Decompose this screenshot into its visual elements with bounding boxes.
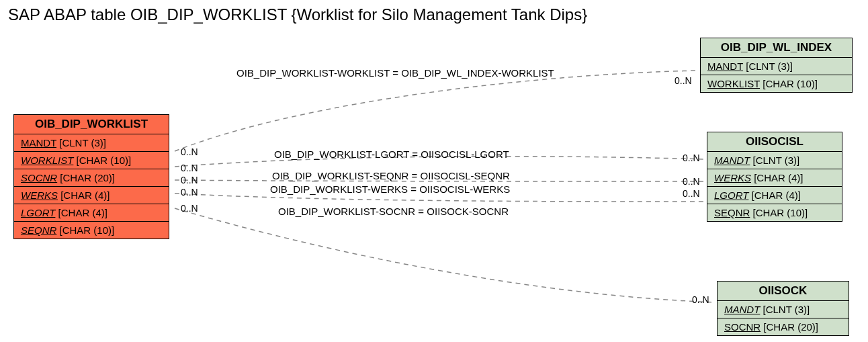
cardinality-label: 0..N: [181, 163, 198, 173]
field-row: MANDT [CLNT (3)]: [14, 134, 169, 152]
field-type: [CHAR (4)]: [60, 189, 110, 201]
field-type: [CHAR (4)]: [754, 172, 803, 183]
field-type: [CHAR (10)]: [60, 224, 115, 236]
entity-oib-dip-worklist: OIB_DIP_WORKLIST MANDT [CLNT (3)] WORKLI…: [13, 114, 169, 239]
field-type: [CHAR (20)]: [763, 321, 818, 333]
field-name: WORKLIST: [707, 78, 760, 89]
field-row: WORKLIST [CHAR (10)]: [701, 75, 852, 92]
entity-oiisock: OIISOCK MANDT [CLNT (3)] SOCNR [CHAR (20…: [717, 281, 849, 336]
cardinality-label: 0..N: [181, 175, 198, 185]
field-row: MANDT [CLNT (3)]: [718, 301, 849, 318]
field-type: [CHAR (4)]: [752, 189, 801, 201]
entity-oiisocisl: OIISOCISL MANDT [CLNT (3)] WERKS [CHAR (…: [707, 132, 842, 222]
field-type: [CHAR (20)]: [60, 172, 115, 183]
field-row: MANDT [CLNT (3)]: [707, 152, 842, 169]
relation-label: OIB_DIP_WORKLIST-SOCNR = OIISOCK-SOCNR: [278, 206, 509, 217]
field-row: LGORT [CHAR (4)]: [14, 204, 169, 222]
field-name: SEQNR: [714, 207, 750, 218]
field-row: WERKS [CHAR (4)]: [14, 187, 169, 204]
field-type: [CHAR (10)]: [753, 207, 808, 218]
cardinality-label: 0..N: [692, 294, 709, 305]
entity-oib-dip-wl-index: OIB_DIP_WL_INDEX MANDT [CLNT (3)] WORKLI…: [700, 38, 853, 93]
field-name: LGORT: [21, 207, 55, 218]
field-row: WERKS [CHAR (4)]: [707, 169, 842, 187]
field-name: MANDT: [707, 60, 743, 72]
field-name: LGORT: [714, 189, 748, 201]
field-type: [CLNT (3)]: [59, 137, 106, 148]
field-name: WORKLIST: [21, 155, 73, 166]
field-name: SOCNR: [21, 172, 57, 183]
field-row: WORKLIST [CHAR (10)]: [14, 152, 169, 169]
field-name: MANDT: [724, 304, 760, 315]
field-row: MANDT [CLNT (3)]: [701, 58, 852, 75]
cardinality-label: 0..N: [181, 146, 198, 157]
field-name: SEQNR: [21, 224, 56, 236]
field-name: WERKS: [714, 172, 751, 183]
field-type: [CLNT (3)]: [753, 155, 800, 166]
relation-label: OIB_DIP_WORKLIST-WORKLIST = OIB_DIP_WL_I…: [236, 67, 554, 79]
field-type: [CLNT (3)]: [763, 304, 810, 315]
field-name: MANDT: [714, 155, 750, 166]
entity-header: OIB_DIP_WORKLIST: [14, 115, 169, 134]
cardinality-label: 0..N: [683, 188, 700, 199]
page-title: SAP ABAP table OIB_DIP_WORKLIST {Worklis…: [8, 5, 587, 24]
entity-header: OIB_DIP_WL_INDEX: [701, 38, 852, 58]
field-type: [CHAR (4)]: [58, 207, 107, 218]
cardinality-label: 0..N: [181, 203, 198, 214]
relation-label: OIB_DIP_WORKLIST-LGORT = OIISOCISL-LGORT: [274, 148, 509, 160]
field-row: SOCNR [CHAR (20)]: [14, 169, 169, 187]
field-row: LGORT [CHAR (4)]: [707, 187, 842, 204]
field-type: [CHAR (10)]: [77, 155, 132, 166]
field-row: SEQNR [CHAR (10)]: [14, 222, 169, 239]
cardinality-label: 0..N: [181, 187, 198, 198]
field-row: SEQNR [CHAR (10)]: [707, 204, 842, 221]
diagram-canvas: SAP ABAP table OIB_DIP_WORKLIST {Worklis…: [0, 0, 868, 342]
field-name: WERKS: [21, 189, 58, 201]
cardinality-label: 0..N: [675, 75, 692, 86]
field-type: [CLNT (3)]: [746, 60, 793, 72]
field-row: SOCNR [CHAR (20)]: [718, 318, 849, 335]
entity-header: OIISOCISL: [707, 132, 842, 152]
relation-label: OIB_DIP_WORKLIST-WERKS = OIISOCISL-WERKS: [270, 183, 510, 195]
field-name: SOCNR: [724, 321, 761, 333]
field-type: [CHAR (10)]: [763, 78, 818, 89]
cardinality-label: 0..N: [683, 176, 700, 187]
cardinality-label: 0..N: [683, 153, 700, 163]
field-name: MANDT: [21, 137, 56, 148]
relation-label: OIB_DIP_WORKLIST-SEQNR = OIISOCISL-SEQNR: [272, 170, 510, 181]
entity-header: OIISOCK: [718, 282, 849, 301]
